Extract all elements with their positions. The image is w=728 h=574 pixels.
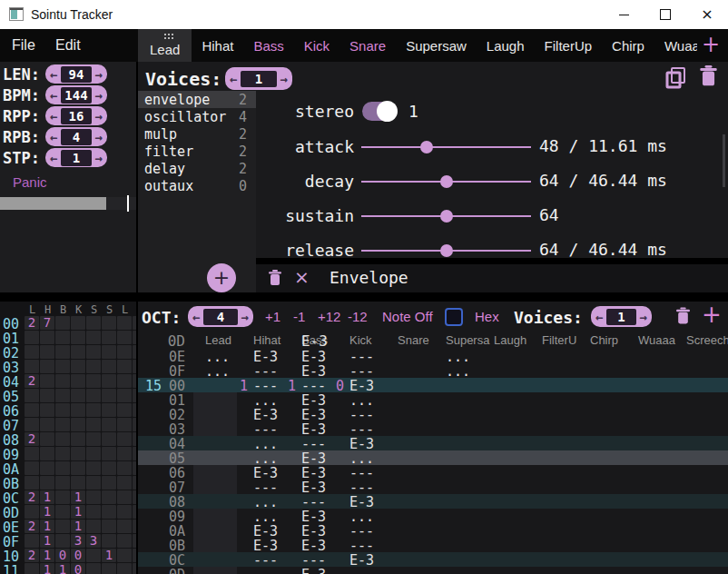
unit-item-outaux[interactable]: outaux0 (138, 177, 256, 194)
unit-item-mulp[interactable]: mulp2 (138, 125, 256, 143)
order-cell[interactable] (25, 331, 39, 344)
menu-edit[interactable]: Edit (55, 37, 81, 54)
add-track-button[interactable]: + (702, 302, 722, 328)
order-cell[interactable] (25, 418, 39, 431)
unit-item-oscillator[interactable]: oscillator4 (138, 108, 256, 125)
order-cell[interactable] (71, 331, 85, 344)
order-cell[interactable] (86, 563, 101, 574)
order-cell[interactable]: 1 (40, 520, 54, 533)
tab-kick[interactable]: Kick (294, 29, 339, 62)
order-cell[interactable] (71, 374, 85, 388)
decay-slider[interactable] (361, 171, 531, 193)
order-cell[interactable] (102, 418, 116, 431)
order-cell[interactable]: 1 (40, 563, 54, 574)
order-cell[interactable] (133, 432, 136, 446)
order-cell[interactable] (102, 389, 116, 402)
maximize-button[interactable] (644, 0, 686, 29)
order-cell[interactable]: 3 (86, 534, 101, 548)
octave-decrement-button[interactable]: ← (192, 311, 200, 323)
order-cell[interactable] (40, 403, 54, 417)
instrument-voices-decrement-button[interactable]: ← (230, 73, 237, 85)
attack-slider-knob[interactable] (420, 141, 433, 153)
tab-filterup[interactable]: FilterUp (535, 29, 603, 62)
order-cell[interactable] (86, 316, 101, 330)
order-cell[interactable] (133, 520, 136, 533)
order-cell[interactable] (133, 403, 136, 417)
order-cell[interactable] (55, 403, 70, 417)
rpb-decrement-button[interactable]: ← (50, 131, 57, 144)
len-increment-button[interactable]: → (95, 68, 103, 81)
order-cell[interactable] (133, 534, 136, 548)
transpose-up-12-button[interactable]: +12 (318, 309, 340, 324)
order-cell[interactable] (25, 505, 39, 519)
order-cell[interactable] (133, 549, 136, 562)
minimize-button[interactable] (603, 0, 644, 29)
copy-instrument-icon[interactable] (664, 66, 688, 89)
order-cell[interactable] (102, 505, 116, 519)
order-cell[interactable]: 2 (25, 490, 39, 504)
order-cell[interactable] (117, 520, 132, 533)
order-cell[interactable]: 1 (71, 490, 85, 504)
tab-lead[interactable]: Lead (138, 29, 192, 62)
order-cell[interactable] (102, 476, 116, 490)
order-cell[interactable] (102, 432, 116, 446)
order-cell[interactable] (71, 461, 85, 475)
order-cell[interactable] (117, 374, 132, 388)
order-cell[interactable] (86, 331, 101, 344)
order-cell[interactable]: 2 (25, 374, 39, 388)
add-unit-button[interactable]: + (207, 263, 236, 292)
rpb-increment-button[interactable]: → (95, 131, 103, 144)
order-cell[interactable] (117, 389, 132, 402)
order-cell[interactable]: 2 (25, 432, 39, 446)
track-header-lead[interactable]: Lead (205, 333, 231, 347)
order-cell[interactable] (117, 447, 132, 460)
tab-supersaw[interactable]: Supersaw (396, 29, 477, 62)
order-cell[interactable] (117, 432, 132, 446)
order-cell[interactable] (71, 389, 85, 402)
tab-laugh[interactable]: Laugh (477, 29, 535, 62)
order-cell[interactable] (86, 403, 101, 417)
track-header-snare[interactable]: Snare (398, 333, 429, 347)
order-cell[interactable]: 1 (40, 549, 54, 562)
transpose-up-1-button[interactable]: +1 (265, 309, 280, 324)
order-cell[interactable]: 0 (55, 549, 70, 562)
menu-file[interactable]: File (12, 37, 35, 54)
add-instrument-button[interactable]: + (699, 32, 723, 59)
order-cell[interactable] (71, 403, 85, 417)
stp-decrement-button[interactable]: ← (50, 152, 57, 164)
stp-increment-button[interactable]: → (95, 152, 103, 164)
sustain-slider[interactable] (361, 205, 531, 227)
order-cell[interactable] (117, 345, 132, 359)
order-cell[interactable] (133, 447, 136, 460)
panic-button[interactable]: Panic (13, 174, 47, 190)
order-cell[interactable] (117, 360, 132, 373)
order-cell[interactable] (133, 490, 136, 504)
order-cell[interactable] (71, 345, 85, 359)
track-header-chirp[interactable]: Chirp (590, 333, 618, 347)
order-cell[interactable] (102, 461, 116, 475)
order-cell[interactable] (55, 447, 70, 460)
len-decrement-button[interactable]: ← (50, 68, 57, 81)
track-header-filteru[interactable]: FilterU (542, 333, 576, 347)
order-cell[interactable] (71, 316, 85, 330)
order-cell[interactable] (133, 461, 136, 475)
tab-chirp[interactable]: Chirp (602, 29, 654, 62)
decay-slider-knob[interactable] (440, 175, 453, 188)
order-cell[interactable] (117, 316, 132, 330)
order-cell[interactable]: 1 (71, 505, 85, 519)
stereo-toggle[interactable] (362, 102, 396, 121)
bpm-increment-button[interactable]: → (95, 89, 103, 102)
release-slider-knob[interactable] (440, 244, 453, 257)
order-cell[interactable] (25, 389, 39, 402)
order-cell[interactable]: 1 (40, 534, 54, 548)
instrument-voices-increment-button[interactable]: → (280, 73, 288, 85)
order-cell[interactable] (40, 447, 54, 460)
order-cell[interactable] (86, 490, 101, 504)
close-button[interactable]: × (686, 0, 728, 29)
track-header-supersa[interactable]: Supersa (446, 333, 489, 347)
order-cell[interactable] (133, 360, 136, 373)
rpp-decrement-button[interactable]: ← (50, 110, 57, 123)
order-cell[interactable] (40, 331, 54, 344)
order-cell[interactable] (86, 447, 101, 460)
track-header-kick[interactable]: Kick (349, 333, 372, 347)
